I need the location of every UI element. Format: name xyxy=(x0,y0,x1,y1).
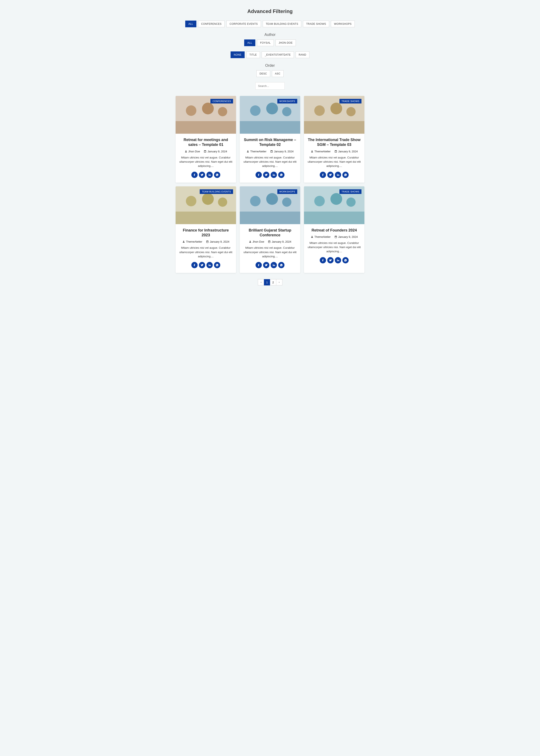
card-tag[interactable]: WORKSHOPS xyxy=(277,99,297,103)
whatsapp-icon[interactable] xyxy=(278,262,285,268)
facebook-icon[interactable] xyxy=(320,257,326,263)
card-author[interactable]: ThemeAtelier xyxy=(311,150,331,153)
twitter-icon[interactable] xyxy=(263,172,269,178)
card-image[interactable]: CONFERENCES xyxy=(176,96,236,134)
svg-point-18 xyxy=(218,198,227,207)
twitter-icon[interactable] xyxy=(327,172,334,178)
facebook-icon[interactable] xyxy=(255,262,262,268)
card-tag[interactable]: WORKSHOPS xyxy=(277,189,297,194)
category-chip-0[interactable]: ALL xyxy=(185,21,197,27)
card-title[interactable]: Brilliant Gujarat Startup Conference xyxy=(243,228,297,238)
facebook-icon[interactable] xyxy=(320,172,326,178)
linkedin-icon[interactable] xyxy=(271,172,277,178)
sort-chip-3[interactable]: RAND xyxy=(296,52,310,58)
page-2[interactable]: 2 xyxy=(270,279,276,285)
card-date[interactable]: January 9, 2024 xyxy=(335,235,358,238)
author-chip-0[interactable]: ALL xyxy=(244,40,255,46)
twitter-icon[interactable] xyxy=(327,257,334,263)
card-tag[interactable]: TRADE SHOWS xyxy=(339,99,361,103)
svg-point-23 xyxy=(282,198,291,207)
card-date[interactable]: January 9, 2024 xyxy=(335,150,358,153)
card: WORKSHOPS Summit on Risk Manageme – Temp… xyxy=(240,96,300,183)
filter-categories: ALLCONFERENCESCORPORATE EVENTSTEAM BUILD… xyxy=(176,21,364,27)
card-image[interactable]: WORKSHOPS xyxy=(240,96,300,134)
author-chip-1[interactable]: FOYSAL xyxy=(257,40,274,46)
svg-rect-4 xyxy=(176,121,236,134)
card-author-label: ThemeAtelier xyxy=(250,150,266,153)
twitter-icon[interactable] xyxy=(199,172,205,178)
svg-point-13 xyxy=(346,107,355,116)
linkedin-icon[interactable] xyxy=(335,257,341,263)
card-date-label: January 9, 2024 xyxy=(272,240,291,243)
card-tag[interactable]: TEAM BUILDING EVENTS xyxy=(200,189,233,194)
svg-rect-14 xyxy=(304,121,364,134)
card-image[interactable]: TEAM BUILDING EVENTS xyxy=(176,186,236,224)
linkedin-icon[interactable] xyxy=(335,172,341,178)
order-chip-1[interactable]: ASC xyxy=(272,70,284,77)
card-title[interactable]: The International Trade Show SGM – Templ… xyxy=(307,137,361,147)
card-title[interactable]: Retreat for meetings and sales – Templat… xyxy=(179,137,233,147)
card-tag[interactable]: CONFERENCES xyxy=(210,99,233,103)
card-title[interactable]: Retreat of Founders 2024 xyxy=(307,228,361,233)
linkedin-icon[interactable] xyxy=(271,262,277,268)
card-image[interactable]: TRADE SHOWS xyxy=(304,96,364,134)
card-author-label: ThemeAtelier xyxy=(186,240,202,243)
whatsapp-icon[interactable] xyxy=(214,262,220,268)
card-date[interactable]: January 9, 2024 xyxy=(268,240,291,243)
svg-rect-24 xyxy=(240,212,300,224)
card-excerpt: Mtiam ultricies nisi vel augue. Curabitu… xyxy=(179,246,233,258)
svg-point-11 xyxy=(314,105,325,116)
facebook-icon[interactable] xyxy=(255,172,262,178)
category-chip-4[interactable]: TRADE SHOWS xyxy=(303,21,329,27)
card-author[interactable]: ThemeAtelier xyxy=(182,240,202,243)
card-title[interactable]: Summit on Risk Manageme – Template 02 xyxy=(243,137,297,147)
svg-point-2 xyxy=(202,103,214,114)
category-chip-5[interactable]: WORKSHOPS xyxy=(331,21,355,27)
card-image[interactable]: WORKSHOPS xyxy=(240,186,300,224)
page-title: Advanced Filtering xyxy=(176,8,364,14)
category-chip-2[interactable]: CORPORATE EVENTS xyxy=(226,21,261,27)
card-excerpt: Mtiam ultricies nisi vel augue. Curabitu… xyxy=(307,241,361,254)
page-prev[interactable] xyxy=(258,279,264,285)
linkedin-icon[interactable] xyxy=(206,262,213,268)
card-socials xyxy=(179,172,233,178)
card-image[interactable]: TRADE SHOWS xyxy=(304,186,364,224)
card-excerpt: Mtiam ultricies nisi vel augue. Curabitu… xyxy=(243,246,297,258)
card-author[interactable]: Jhon Doe xyxy=(249,240,264,243)
card-author[interactable]: Jhon Doe xyxy=(185,150,200,153)
sort-chip-2[interactable]: _EVENTSTARTDATE xyxy=(262,52,294,58)
twitter-icon[interactable] xyxy=(199,262,205,268)
card-author-label: ThemeAtelier xyxy=(315,235,331,238)
author-chip-2[interactable]: JHON-DOE xyxy=(275,40,296,46)
card-author[interactable]: ThemeAtelier xyxy=(311,235,331,238)
linkedin-icon[interactable] xyxy=(206,172,213,178)
whatsapp-icon[interactable] xyxy=(214,172,220,178)
filter-order: Order DESCASC xyxy=(176,64,364,77)
category-chip-1[interactable]: CONFERENCES xyxy=(198,21,225,27)
whatsapp-icon[interactable] xyxy=(342,257,349,263)
svg-point-7 xyxy=(266,103,278,114)
svg-point-28 xyxy=(346,198,355,207)
order-chip-0[interactable]: DESC xyxy=(256,70,270,77)
sort-chip-1[interactable]: TITLE xyxy=(246,52,260,58)
card-tag[interactable]: TRADE SHOWS xyxy=(339,189,361,194)
card-date[interactable]: January 9, 2024 xyxy=(270,150,294,153)
page-next[interactable] xyxy=(276,279,282,285)
card-date[interactable]: January 9, 2024 xyxy=(206,240,229,243)
whatsapp-icon[interactable] xyxy=(342,172,349,178)
filter-sort: NONETITLE_EVENTSTARTDATERAND xyxy=(176,52,364,58)
search-input[interactable] xyxy=(255,82,285,89)
card-title[interactable]: Finance for Infrastructure 2023 xyxy=(179,228,233,238)
page-1[interactable]: 1 xyxy=(264,279,270,285)
sort-chip-0[interactable]: NONE xyxy=(230,52,245,58)
facebook-icon[interactable] xyxy=(191,262,198,268)
category-chip-3[interactable]: TEAM BUILDING EVENTS xyxy=(263,21,302,27)
card: TEAM BUILDING EVENTS Finance for Infrast… xyxy=(176,186,236,273)
whatsapp-icon[interactable] xyxy=(278,172,285,178)
facebook-icon[interactable] xyxy=(191,172,198,178)
card-date[interactable]: January 9, 2024 xyxy=(204,150,227,153)
twitter-icon[interactable] xyxy=(263,262,269,268)
card-excerpt: Mtiam ultricies nisi vel augue. Curabitu… xyxy=(243,156,297,168)
svg-rect-19 xyxy=(176,212,236,224)
card-author[interactable]: ThemeAtelier xyxy=(246,150,266,153)
